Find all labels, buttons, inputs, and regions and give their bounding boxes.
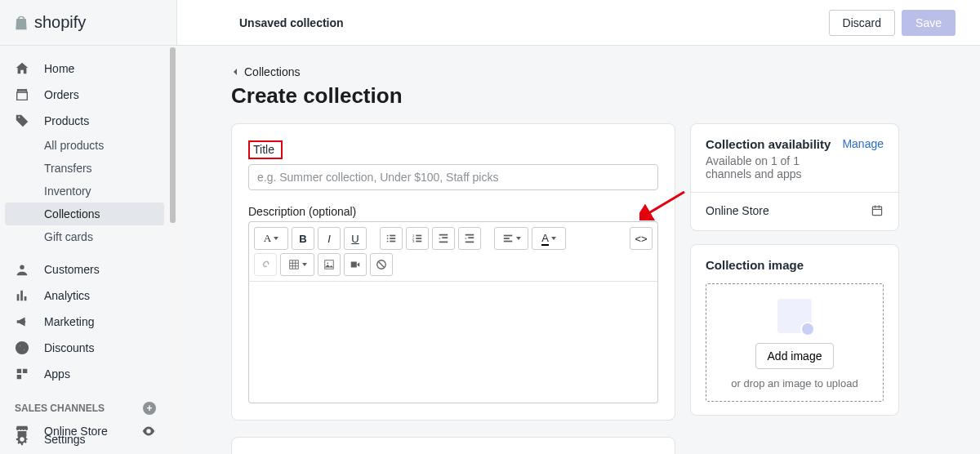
- layout: Home Orders Products All products Transf…: [0, 46, 980, 454]
- sales-channels-heading: SALES CHANNELS +: [0, 387, 169, 418]
- page-title: Create collection: [231, 83, 951, 109]
- sidebar-item-marketing[interactable]: Marketing: [0, 309, 169, 335]
- svg-rect-19: [503, 238, 509, 239]
- table-dropdown[interactable]: [280, 253, 314, 276]
- sidebar-item-label: Marketing: [44, 315, 94, 328]
- sidebar-item-settings[interactable]: Settings: [0, 426, 169, 452]
- sidebar-item-label: Discounts: [44, 341, 94, 354]
- channel-name: Online Store: [706, 204, 769, 217]
- title-input[interactable]: [248, 164, 658, 190]
- sidebar-item-label: Analytics: [44, 289, 90, 302]
- svg-rect-18: [503, 235, 512, 237]
- format-dropdown[interactable]: A: [254, 227, 288, 250]
- page-status: Unsaved collection: [239, 16, 344, 29]
- orders-icon: [15, 87, 29, 102]
- topbar: shopify Unsaved collection Discard Save: [0, 0, 980, 46]
- discard-button[interactable]: Discard: [829, 10, 895, 36]
- sidebar-item-label: Home: [44, 62, 74, 75]
- svg-rect-21: [289, 260, 298, 269]
- image-button[interactable]: [318, 253, 341, 276]
- topbar-actions: Discard Save: [829, 10, 956, 36]
- clear-format-button[interactable]: [370, 253, 393, 276]
- sidebar-sub-inventory[interactable]: Inventory: [0, 180, 169, 203]
- sidebar-sub-all-products[interactable]: All products: [0, 134, 169, 157]
- divider: [691, 192, 898, 193]
- svg-point-27: [327, 262, 328, 264]
- title-card: Title Description (optional) A B I U 123: [231, 123, 675, 421]
- availability-card: Collection availability Available on 1 o…: [690, 123, 899, 231]
- svg-point-2: [387, 238, 389, 239]
- sidebar-sub-transfers[interactable]: Transfers: [0, 157, 169, 180]
- shopify-bag-icon: [13, 14, 29, 32]
- sidebar-item-apps[interactable]: Apps: [0, 361, 169, 387]
- image-dropzone[interactable]: Add image or drop an image to upload: [706, 283, 884, 402]
- link-button[interactable]: [254, 253, 277, 276]
- sidebar-item-label: Products: [44, 114, 89, 127]
- brand-text: shopify: [34, 13, 86, 32]
- gear-icon: [15, 432, 29, 447]
- apps-icon: [15, 367, 29, 381]
- svg-rect-17: [466, 242, 474, 243]
- sidebar-item-label: Settings: [44, 433, 86, 446]
- sidebar-sub-gift-cards[interactable]: Gift cards: [0, 225, 169, 248]
- align-dropdown[interactable]: [494, 227, 528, 250]
- svg-rect-3: [390, 238, 395, 239]
- svg-rect-14: [439, 242, 448, 243]
- underline-button[interactable]: U: [344, 227, 367, 250]
- svg-rect-6: [416, 235, 421, 237]
- sidebar-item-products[interactable]: Products: [0, 108, 169, 134]
- chevron-left-icon: [231, 68, 239, 76]
- text-color-dropdown[interactable]: A: [532, 227, 566, 250]
- sidebar-item-label: Orders: [44, 88, 79, 101]
- bullet-list-button[interactable]: [380, 227, 403, 250]
- svg-text:3: 3: [412, 239, 415, 243]
- indent-button[interactable]: [458, 227, 481, 250]
- svg-rect-5: [390, 241, 395, 243]
- drop-hint: or drop an image to upload: [715, 377, 875, 389]
- tag-icon: [15, 114, 29, 128]
- italic-button[interactable]: I: [318, 227, 341, 250]
- svg-rect-15: [466, 234, 474, 236]
- svg-point-4: [387, 241, 389, 243]
- breadcrumb[interactable]: Collections: [231, 65, 951, 78]
- description-editor[interactable]: [248, 281, 658, 403]
- image-card-title: Collection image: [706, 258, 884, 272]
- sidebar-item-label: Customers: [44, 263, 100, 276]
- sidebar-item-analytics[interactable]: Analytics: [0, 283, 169, 309]
- customers-icon: [15, 262, 29, 277]
- save-button[interactable]: Save: [902, 10, 956, 36]
- section-label: SALES CHANNELS: [15, 403, 105, 414]
- svg-rect-7: [416, 238, 421, 239]
- manage-link[interactable]: Manage: [842, 137, 884, 150]
- megaphone-icon: [15, 314, 29, 329]
- number-list-button[interactable]: 123: [406, 227, 429, 250]
- svg-line-30: [379, 262, 385, 268]
- bold-button[interactable]: B: [292, 227, 314, 250]
- add-channel-icon[interactable]: +: [143, 402, 156, 415]
- main-column: Title Description (optional) A B I U 123: [231, 123, 675, 454]
- html-toggle-button[interactable]: <>: [630, 227, 653, 250]
- home-icon: [15, 61, 29, 76]
- video-button[interactable]: [344, 253, 367, 276]
- add-image-button[interactable]: Add image: [755, 343, 835, 369]
- calendar-icon[interactable]: [871, 204, 884, 217]
- online-store-row: Online Store: [706, 204, 884, 217]
- title-label: Title: [248, 140, 283, 159]
- sidebar-item-orders[interactable]: Orders: [0, 82, 169, 108]
- svg-rect-26: [325, 260, 334, 269]
- svg-rect-8: [416, 241, 421, 243]
- sidebar-sub-collections[interactable]: Collections: [5, 203, 164, 225]
- sidebar: Home Orders Products All products Transf…: [0, 46, 169, 454]
- sidebar-item-discounts[interactable]: Discounts: [0, 335, 169, 361]
- rte-toolbar: A B I U 123 A: [248, 221, 658, 281]
- svg-point-0: [387, 235, 389, 237]
- image-card: Collection image Add image or drop an im…: [690, 244, 899, 416]
- sidebar-item-home[interactable]: Home: [0, 56, 169, 82]
- sidebar-item-customers[interactable]: Customers: [0, 256, 169, 283]
- analytics-icon: [15, 288, 29, 303]
- content-columns: Title Description (optional) A B I U 123: [231, 123, 951, 454]
- outdent-button[interactable]: [432, 227, 455, 250]
- svg-rect-16: [468, 237, 474, 238]
- discount-icon: [15, 340, 29, 355]
- svg-rect-31: [872, 207, 881, 215]
